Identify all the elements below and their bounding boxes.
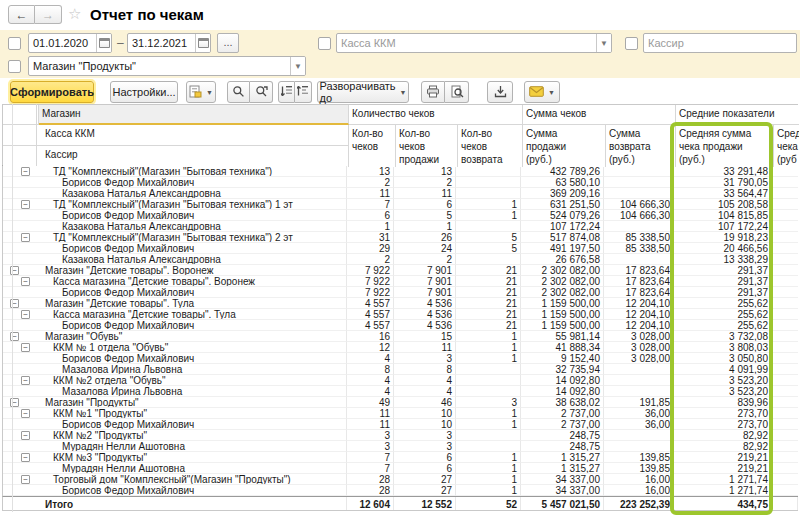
table-row[interactable]: −ТД "Комплексный"(Магазин "Бытовая техни… (3, 232, 798, 243)
header-group-qty[interactable]: Количество чеков (349, 105, 523, 125)
store-combo[interactable]: Магазин "Продукты" ▼ (28, 56, 306, 76)
period-checkbox[interactable] (8, 37, 21, 50)
collapse-group-icon[interactable]: − (21, 475, 30, 484)
cell-sum_return (604, 441, 674, 452)
cashier-combo[interactable]: Кассир (643, 33, 797, 53)
header-group-sums[interactable]: Сумма чеков (523, 105, 676, 125)
kkm-checkbox[interactable] (318, 37, 331, 50)
store-checkbox[interactable] (8, 60, 21, 73)
table-row[interactable]: Борисов Федор Михайлович4319 152,403 028… (3, 353, 798, 364)
kkm-combo[interactable]: Касса ККМ ▼ (336, 33, 612, 53)
cell-avg_sale: 31 790,05 (674, 177, 772, 188)
collapse-group-icon[interactable]: − (21, 233, 30, 242)
collapse-groups-button[interactable] (278, 81, 295, 103)
collapse-group-icon[interactable]: − (21, 431, 30, 440)
table-row[interactable]: −ККМ №3 "Продукты"7611 315,27139,85219,2… (3, 452, 798, 463)
collapse-group-icon[interactable]: − (21, 343, 30, 352)
collapse-group-icon[interactable]: − (21, 200, 30, 209)
expand-groups-button[interactable] (295, 81, 312, 103)
expand-to-button[interactable]: Разворачивать до▼ (317, 81, 409, 103)
collapse-group-icon[interactable]: − (21, 277, 30, 286)
header-col-qty-sale[interactable]: Кол-во чеков продажи (396, 125, 458, 167)
header-col-avg-return[interactable]: Сред чека (руб (774, 125, 799, 167)
table-row[interactable]: Борисов Федор Михайлович4 5574 536211 15… (3, 320, 798, 331)
cell-qty_return: 1 (456, 463, 521, 474)
header-col-qty-return[interactable]: Кол-во чеков возврата (458, 125, 523, 167)
table-row[interactable]: −Касса магазина "Детские товары". Тула4 … (3, 309, 798, 320)
cell-avg_sale: 105 208,58 (674, 199, 772, 210)
date-to-field[interactable]: 31.12.2021 (127, 33, 211, 53)
forward-button[interactable]: → (35, 5, 62, 24)
table-row[interactable]: Казакова Наталья Александровна2226 676,5… (3, 254, 798, 265)
back-button[interactable]: ← (8, 5, 35, 24)
header-col-avg-sale[interactable]: Средняя сумма чека продажи (руб.) (676, 125, 774, 167)
collapse-group-icon[interactable]: − (21, 310, 30, 319)
chevron-down-icon[interactable]: ▼ (596, 34, 611, 52)
date-from-field[interactable]: 01.01.2020 (28, 33, 112, 53)
table-row[interactable]: −ТД "Комплексный"(Магазин "Бытовая техни… (3, 166, 798, 177)
table-row[interactable]: −Торговый дом "Комплексный"(Магазин "Про… (3, 474, 798, 485)
calendar-icon[interactable] (195, 34, 210, 52)
save-file-button[interactable] (487, 81, 513, 103)
favorite-star-icon[interactable]: ☆ (68, 5, 81, 23)
table-row[interactable]: Казакова Наталья Александровна1111369 20… (3, 188, 798, 199)
cell-qty_return: 1 (456, 353, 521, 364)
table-row[interactable]: −ТД "Комплексный"(Магазин "Бытовая техни… (3, 199, 798, 210)
cell-avg_return (772, 188, 798, 199)
period-more-button[interactable]: ... (217, 33, 239, 53)
header-store[interactable]: Магазин (39, 105, 349, 125)
table-row[interactable]: Борисов Федор Михайлович2827134 337,0016… (3, 485, 798, 496)
chevron-down-icon: ▼ (206, 89, 213, 96)
table-row[interactable]: Борисов Федор Михайлович29245491 197,508… (3, 243, 798, 254)
header-kkm[interactable]: Касса ККМ (3, 125, 349, 146)
expand-to-label: Разворачивать до (319, 80, 395, 104)
table-row[interactable]: Мурадян Нелли Ашотовна7611 315,27139,852… (3, 463, 798, 474)
header-col-sum-return[interactable]: Сумма возврата (руб.) (606, 125, 676, 167)
table-row[interactable]: Борисов Федор Михайлович651524 079,26104… (3, 210, 798, 221)
table-row[interactable]: Борисов Федор Михайлович2263 580,1031 79… (3, 177, 798, 188)
table-row[interactable]: Мазалова Ирина Львовна4414 092,803 523,2… (3, 386, 798, 397)
print-button[interactable] (421, 81, 445, 103)
chevron-down-icon[interactable]: ▼ (290, 57, 305, 75)
header-col-qty[interactable]: Кол-во чеков (349, 125, 396, 167)
table-row[interactable]: −ККМ № 1 отдела "Обувь"1211141 888,343 0… (3, 342, 798, 353)
cell-qty_sale: 4 536 (394, 298, 456, 309)
print-preview-button[interactable] (445, 81, 469, 103)
row-label-cell: Мурадян Нелли Ашотовна (3, 441, 347, 452)
table-row[interactable]: Борисов Федор Михайлович111012 737,0036,… (3, 419, 798, 430)
search-button[interactable] (227, 81, 250, 103)
table-row[interactable]: −Магазин "Обувь"1615155 981,143 028,003 … (3, 331, 798, 342)
total-row[interactable]: Итого 12 604 12 552 52 5 457 021,50 223 … (2, 496, 798, 511)
table-row[interactable]: Борисов Федор Михайлович7 9227 901212 30… (3, 287, 798, 298)
table-row[interactable]: −Магазин "Детские товары". Воронеж7 9227… (3, 265, 798, 276)
generate-button[interactable]: Сформировать (10, 81, 94, 103)
table-row[interactable]: Мурадян Нелли Ашотовна33248,7582,92 (3, 441, 798, 452)
header-col-sum-sale[interactable]: Сумма продажи (руб.) (523, 125, 606, 167)
table-row[interactable]: −ККМ №1 "Продукты"111012 737,0036,00273,… (3, 408, 798, 419)
collapse-group-icon[interactable]: − (21, 409, 30, 418)
cell-qty: 4 (347, 386, 394, 397)
row-label: Борисов Федор Михайлович (3, 177, 194, 188)
table-row[interactable]: −ККМ №2 отдела "Обувь"4414 092,803 523,2… (3, 375, 798, 386)
row-label-cell: −Магазин "Продукты" (3, 397, 347, 408)
header-cashier[interactable]: Кассир (3, 146, 349, 167)
table-row[interactable]: −Касса магазина "Детские товары". Вороне… (3, 276, 798, 287)
header-group-avg[interactable]: Средние показатели (676, 105, 799, 125)
table-row[interactable]: Мазалова Ирина Львовна8832 735,944 091,9… (3, 364, 798, 375)
send-mail-button[interactable]: ▼ (524, 81, 560, 103)
table-row[interactable]: −Магазин "Продукты"4946338 638,02191,858… (3, 397, 798, 408)
cashier-checkbox[interactable] (625, 37, 638, 50)
row-label: Касса магазина "Детские товары". Воронеж (3, 276, 255, 287)
search-next-button[interactable] (250, 81, 273, 103)
collapse-group-icon[interactable]: − (21, 376, 30, 385)
report-variants-button[interactable]: ▼ (186, 81, 216, 103)
table-row[interactable]: Казакова Наталья Александровна11107 172,… (3, 221, 798, 232)
table-row[interactable]: −ККМ №2 "Продукты"33248,7582,92 (3, 430, 798, 441)
cell-avg_return (772, 452, 798, 463)
settings-button[interactable]: Настройки... (110, 81, 178, 103)
collapse-group-icon[interactable]: − (21, 167, 30, 176)
calendar-icon[interactable] (96, 34, 111, 52)
collapse-group-icon[interactable]: − (21, 453, 30, 462)
cell-qty_return (456, 254, 521, 265)
table-row[interactable]: −Магазин "Детские товары". Тула4 5574 53… (3, 298, 798, 309)
